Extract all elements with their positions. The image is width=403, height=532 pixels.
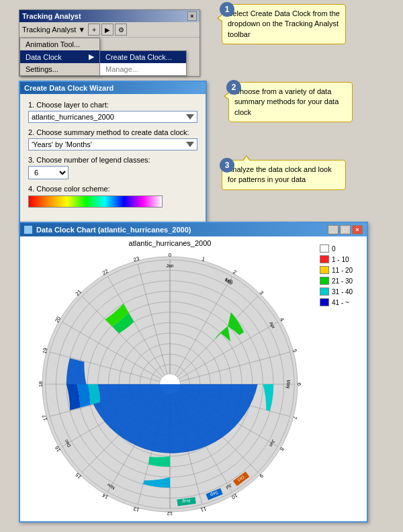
callout-1: 1 Select Create Data Clock from the drop… xyxy=(222,4,346,44)
wizard-step-1: 1. Choose layer to chart: atlantic_hurri… xyxy=(28,101,197,123)
data-clock-item[interactable]: Data Clock ▶ Create Data Clock... Manage… xyxy=(20,50,99,63)
step3-label: 3. Choose number of legend classes: xyxy=(28,156,197,164)
wizard-titlebar: Create Data Clock Wizard xyxy=(20,82,206,94)
legend-item-3: 21 - 30 xyxy=(320,277,361,285)
callout-1-number: 1 xyxy=(220,2,234,17)
settings-button[interactable]: ⚙ xyxy=(115,24,127,36)
legend-item-5: 41 - ~ xyxy=(320,298,361,306)
svg-text:0: 0 xyxy=(169,252,172,258)
toolbar-titlebar: Tracking Analyst × xyxy=(19,10,199,22)
legend-label-1: 1 - 10 xyxy=(332,256,349,263)
legend-item-4: 31 - 40 xyxy=(320,287,361,296)
data-clock-svg: Jan Feb Mar Apr May Jun Jul Aug Sep Oct xyxy=(39,250,301,519)
legend-swatch-4 xyxy=(320,287,329,296)
summary-method-select[interactable]: 'Years' by 'Months' xyxy=(28,138,197,150)
chart-section: Data Clock Chart (atlantic_hurricanes_20… xyxy=(19,222,368,523)
chart-main-area: atlantic_hurricanes_2000 xyxy=(23,239,317,519)
layer-select[interactable]: atlantic_hurricanes_2000 xyxy=(28,111,197,123)
chart-body: atlantic_hurricanes_2000 xyxy=(20,236,367,521)
step4-label: 4. Choose color scheme: xyxy=(28,185,197,193)
toolbar-window: Tracking Analyst × Tracking Analyst ▼ + … xyxy=(19,9,200,77)
wizard-step-4: 4. Choose color scheme: xyxy=(28,185,197,208)
add-button[interactable]: + xyxy=(88,24,100,36)
wizard-step-2: 2. Choose summary method to create data … xyxy=(28,128,197,150)
wizard-step-3: 3. Choose number of legend classes: 6 xyxy=(28,156,197,179)
legend-swatch-3 xyxy=(320,277,329,285)
callout-2-text: Choose from a variety of data summary me… xyxy=(234,87,339,116)
legend-swatch-2 xyxy=(320,266,329,274)
close-button[interactable]: × xyxy=(352,225,363,234)
svg-text:5: 5 xyxy=(292,349,298,353)
callout-2: 2 Choose from a variety of data summary … xyxy=(228,82,353,122)
toolbar-controls-row: Tracking Analyst ▼ + ▶ ⚙ xyxy=(19,22,199,38)
svg-text:2: 2 xyxy=(232,269,237,275)
tracking-analyst-toolbar: Tracking Analyst × Tracking Analyst ▼ + … xyxy=(19,9,200,77)
svg-text:8: 8 xyxy=(279,446,285,451)
window-controls: _ □ × xyxy=(328,225,363,234)
submenu-arrow-icon: ▶ xyxy=(83,52,94,61)
svg-text:12: 12 xyxy=(167,511,173,517)
legend-item-1: 1 - 10 xyxy=(320,255,361,263)
chart-icon xyxy=(24,226,32,234)
chart-titlebar: Data Clock Chart (atlantic_hurricanes_20… xyxy=(20,223,367,236)
legend-classes-select[interactable]: 6 xyxy=(28,166,69,179)
close-icon[interactable]: × xyxy=(187,11,197,21)
maximize-button[interactable]: □ xyxy=(340,225,351,234)
minimize-button[interactable]: _ xyxy=(328,225,339,234)
submenu-panel: Animation Tool... Data Clock ▶ Create Da… xyxy=(19,38,100,76)
wizard-window: Create Data Clock Wizard 1. Choose layer… xyxy=(19,81,207,229)
chart-subtitle: atlantic_hurricanes_2000 xyxy=(23,239,317,247)
wizard-section: Create Data Clock Wizard 1. Choose layer… xyxy=(19,81,207,229)
svg-text:6: 6 xyxy=(296,383,301,386)
legend-label-4: 31 - 40 xyxy=(332,288,353,296)
legend-item-0: 0 xyxy=(320,245,361,253)
callout-3-text: Analyze the data clock and look for patt… xyxy=(228,165,332,183)
create-data-clock-item[interactable]: Create Data Clock... xyxy=(100,51,186,63)
color-scheme-bar[interactable] xyxy=(28,195,163,208)
settings-item[interactable]: Settings... xyxy=(20,63,99,75)
legend-label-0: 0 xyxy=(332,245,336,253)
chart-window: Data Clock Chart (atlantic_hurricanes_20… xyxy=(19,222,368,523)
chart-title: Data Clock Chart (atlantic_hurricanes_20… xyxy=(36,226,191,234)
toolbar-title: Tracking Analyst xyxy=(22,12,81,20)
callout-3: 3 Analyze the data clock and look for pa… xyxy=(222,160,346,190)
legend-swatch-5 xyxy=(320,298,329,306)
legend-label-3: 21 - 30 xyxy=(332,277,353,285)
wizard-body: 1. Choose layer to chart: atlantic_hurri… xyxy=(20,94,206,220)
anim-tool-item[interactable]: Animation Tool... xyxy=(20,38,99,50)
legend-swatch-1 xyxy=(320,255,329,263)
manage-item[interactable]: Manage... xyxy=(100,63,186,75)
wizard-title: Create Data Clock Wizard xyxy=(24,84,114,92)
callout-1-text: Select Create Data Clock from the dropdo… xyxy=(228,9,340,38)
legend-swatch-0 xyxy=(320,245,329,253)
menu-row: Animation Tool... Data Clock ▶ Create Da… xyxy=(19,38,199,76)
svg-text:May: May xyxy=(285,380,291,389)
step1-label: 1. Choose layer to chart: xyxy=(28,101,197,109)
chart-legend: 0 1 - 10 11 - 20 21 - 30 31 - 40 xyxy=(317,239,364,519)
step2-label: 2. Choose summary method to create data … xyxy=(28,128,197,136)
data-clock-label: Data Clock xyxy=(26,53,62,61)
legend-label-2: 11 - 20 xyxy=(332,267,353,274)
svg-text:18: 18 xyxy=(39,382,44,388)
data-clock-submenu: Create Data Clock... Manage... xyxy=(99,50,187,76)
toolbar-label: Tracking Analyst ▼ xyxy=(22,26,85,34)
play-button[interactable]: ▶ xyxy=(101,24,114,36)
legend-label-5: 41 - ~ xyxy=(332,299,349,306)
legend-item-2: 11 - 20 xyxy=(320,266,361,274)
callout-2-number: 2 xyxy=(226,80,241,95)
callout-3-number: 3 xyxy=(220,158,234,173)
svg-text:Jan: Jan xyxy=(167,263,174,268)
